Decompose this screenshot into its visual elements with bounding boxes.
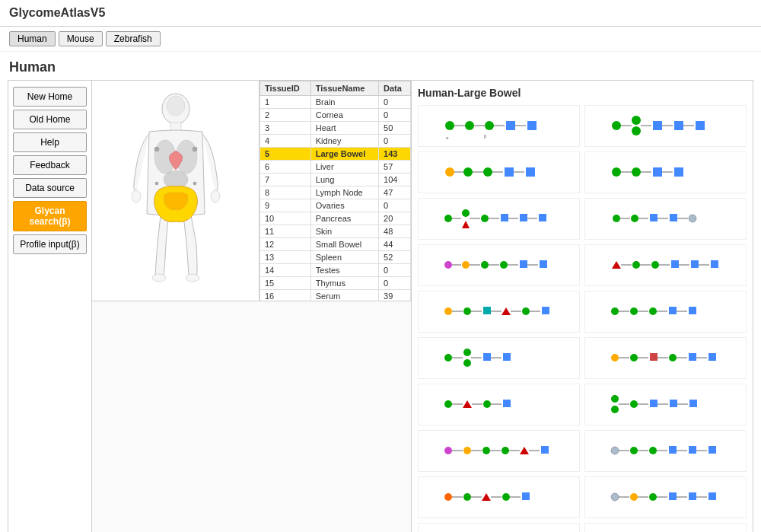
svg-rect-93 xyxy=(711,260,718,268)
glycan-item[interactable] xyxy=(584,198,747,240)
tissue-name-cell: Cornea xyxy=(310,109,378,122)
svg-rect-50 xyxy=(674,167,683,177)
svg-point-181 xyxy=(611,493,619,501)
tissue-id-cell: 7 xyxy=(260,174,311,186)
glycan-item[interactable]: α β xyxy=(418,105,580,147)
glycan-item[interactable] xyxy=(584,151,747,193)
svg-point-6 xyxy=(167,96,185,116)
svg-rect-160 xyxy=(541,446,549,454)
svg-point-72 xyxy=(444,261,452,269)
tab-mouse[interactable]: Mouse xyxy=(59,31,103,46)
glycan-item[interactable] xyxy=(584,384,747,425)
glycan-item[interactable] xyxy=(418,198,580,240)
svg-point-152 xyxy=(463,447,471,454)
tissue-table-row[interactable]: 6 Liver 57 xyxy=(260,161,411,174)
tab-zebrafish[interactable]: Zebrafish xyxy=(106,31,161,46)
svg-point-51 xyxy=(444,215,452,222)
glycan-item[interactable] xyxy=(418,384,580,425)
svg-point-2 xyxy=(132,190,141,202)
tissue-name-cell: Lymph Node xyxy=(310,186,378,199)
tissue-table-row[interactable]: 12 Small Bowel 44 xyxy=(260,238,411,251)
tissue-name-cell: Skin xyxy=(310,225,378,238)
svg-point-11 xyxy=(193,147,197,151)
tissue-data-cell: 0 xyxy=(379,109,411,122)
glycan-item[interactable] xyxy=(418,476,580,518)
glycan-item[interactable] xyxy=(418,337,580,379)
tissue-table-row[interactable]: 2 Cornea 0 xyxy=(260,109,411,122)
tissue-table-row[interactable]: 11 Skin 48 xyxy=(260,225,411,238)
tissue-table-row[interactable]: 15 Thymus 0 xyxy=(260,277,411,290)
svg-point-18 xyxy=(485,121,494,130)
svg-rect-169 xyxy=(689,446,696,454)
new-home-button[interactable]: New Home xyxy=(13,87,87,107)
tissue-table-row[interactable]: 9 Ovaries 0 xyxy=(260,199,411,212)
svg-point-156 xyxy=(501,447,509,454)
svg-marker-100 xyxy=(501,307,511,315)
svg-point-56 xyxy=(481,215,489,222)
glycan-item[interactable] xyxy=(418,244,580,286)
tissue-table-row[interactable]: 10 Pancreas 20 xyxy=(260,212,411,225)
data-source-button[interactable]: Data source xyxy=(13,178,87,198)
tissue-table-row[interactable]: 14 Testes 0 xyxy=(260,264,411,277)
glycan-item[interactable] xyxy=(584,291,747,333)
tissue-table-row[interactable]: 7 Lung 104 xyxy=(260,174,411,186)
tissue-table-row[interactable]: 5 Large Bowel 143 xyxy=(260,148,411,161)
svg-point-13 xyxy=(193,182,196,185)
tissue-name-cell: Liver xyxy=(310,161,378,174)
tissue-table-row[interactable]: 3 Heart 50 xyxy=(260,122,411,135)
svg-point-5 xyxy=(186,274,199,282)
sidebar: New Home Old Home Help Feedback Data sou… xyxy=(8,81,92,532)
svg-rect-91 xyxy=(691,260,699,268)
svg-rect-41 xyxy=(505,167,514,177)
old-home-button[interactable]: Old Home xyxy=(13,110,87,129)
svg-rect-32 xyxy=(674,121,683,130)
tissue-id-cell: 1 xyxy=(260,96,311,109)
glycan-item[interactable] xyxy=(584,105,747,147)
profile-input-button[interactable]: Profile input(β) xyxy=(13,234,87,254)
help-button[interactable]: Help xyxy=(13,132,87,152)
tissue-table-area[interactable]: TissueID TissueName Data 1 Brain 0 2 Cor… xyxy=(259,81,411,301)
svg-rect-147 xyxy=(670,400,677,407)
svg-point-37 xyxy=(463,167,473,177)
tab-human[interactable]: Human xyxy=(9,31,56,46)
tissue-name-cell: Serum xyxy=(310,290,378,301)
svg-marker-83 xyxy=(612,261,621,269)
tissue-table-row[interactable]: 4 Kidney 0 xyxy=(260,135,411,148)
tissue-table-row[interactable]: 8 Lymph Node 47 xyxy=(260,186,411,199)
feedback-button[interactable]: Feedback xyxy=(13,155,87,175)
tissue-table-row[interactable]: 13 Spleen 52 xyxy=(260,251,411,264)
svg-point-163 xyxy=(630,447,638,454)
svg-rect-43 xyxy=(526,167,535,177)
svg-rect-20 xyxy=(506,121,515,130)
svg-point-9 xyxy=(164,170,188,189)
glycan-item[interactable] xyxy=(584,476,747,518)
glycan-item[interactable] xyxy=(584,244,747,286)
tissue-data-cell: 50 xyxy=(379,122,411,135)
glycan-item[interactable] xyxy=(418,291,580,333)
svg-rect-48 xyxy=(653,167,662,177)
tissue-table-row[interactable]: 1 Brain 0 xyxy=(260,96,411,109)
human-body-display xyxy=(92,81,259,301)
glycan-item[interactable] xyxy=(584,337,747,379)
tissue-name-cell: Small Bowel xyxy=(310,238,378,251)
tissue-data-cell: 0 xyxy=(379,96,411,109)
svg-point-35 xyxy=(445,167,454,177)
glycan-search-button[interactable]: Glycan search(β) xyxy=(13,201,87,231)
glycan-item[interactable] xyxy=(584,523,747,532)
glycan-item[interactable] xyxy=(584,430,747,472)
glycan-item[interactable] xyxy=(418,151,580,193)
svg-rect-145 xyxy=(650,400,658,407)
svg-rect-167 xyxy=(669,446,677,454)
glycan-item[interactable] xyxy=(418,430,580,472)
svg-point-105 xyxy=(611,307,619,315)
svg-point-27 xyxy=(632,116,641,125)
glycan-item[interactable] xyxy=(418,523,580,532)
right-panel-title: Human-Large Bowel xyxy=(418,87,747,99)
svg-point-124 xyxy=(630,354,638,362)
svg-point-143 xyxy=(630,400,638,408)
tissue-table-row[interactable]: 16 Serum 39 xyxy=(260,290,411,301)
svg-point-3 xyxy=(211,190,220,202)
svg-point-76 xyxy=(481,261,489,269)
svg-rect-187 xyxy=(669,492,677,500)
tissue-data-cell: 47 xyxy=(379,186,411,199)
